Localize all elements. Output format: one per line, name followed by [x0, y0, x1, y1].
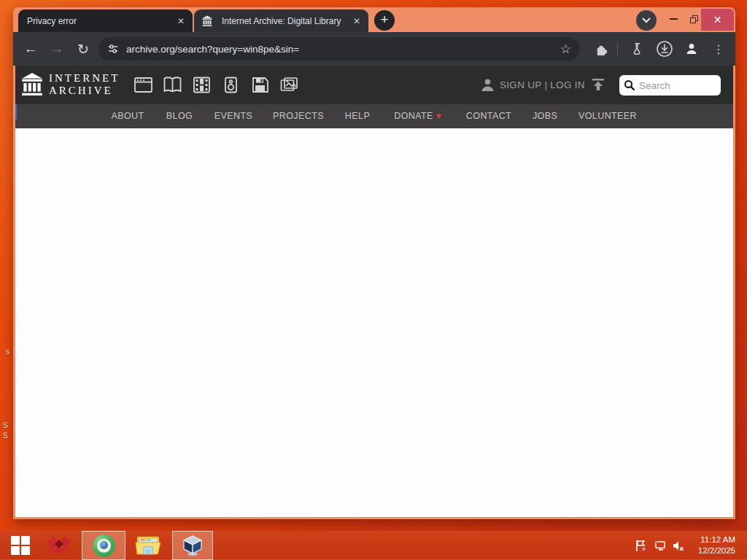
nav-help[interactable]: HELP — [345, 111, 370, 121]
render-artifact — [15, 104, 17, 119]
nav-contact[interactable]: CONTACT — [466, 111, 511, 121]
action-center-flag-icon[interactable] — [635, 540, 647, 552]
software-media-icon[interactable] — [250, 76, 270, 94]
folder-icon — [134, 534, 165, 557]
taskbar-app-chrome[interactable] — [82, 531, 125, 560]
chevron-down-icon — [642, 18, 651, 23]
signup-login-link[interactable]: SIGN UP | LOG IN — [500, 79, 585, 90]
taskbar: 11:12 AM 12/2/2025 — [0, 531, 747, 560]
close-window-button[interactable]: ✕ — [701, 9, 734, 31]
extensions-button[interactable] — [591, 38, 611, 60]
audio-media-icon[interactable] — [221, 76, 241, 94]
nav-events[interactable]: EVENTS — [214, 111, 252, 121]
minimize-button[interactable] — [664, 7, 683, 31]
nav-donate[interactable]: DONATE — [394, 111, 433, 121]
ia-navbar: ABOUT BLOG EVENTS PROJECTS HELP DONATE ♥… — [15, 104, 733, 128]
browser-titlebar[interactable]: Privacy error ✕ Internet Archive: Digita… — [13, 7, 735, 32]
nav-about[interactable]: ABOUT — [111, 111, 144, 121]
internet-archive-logo-icon[interactable] — [20, 72, 44, 97]
donate-heart-icon: ♥ — [436, 111, 441, 121]
clock-date: 12/2/2025 — [698, 545, 735, 556]
nav-jobs[interactable]: JOBS — [533, 111, 557, 121]
reload-button[interactable]: ↻ — [72, 38, 94, 60]
ia-wordmark-line2: ARCHIVE — [49, 85, 120, 97]
kebab-menu-icon: ⋮ — [713, 42, 724, 56]
tab-search-button[interactable] — [636, 10, 657, 31]
chrome-icon — [93, 534, 115, 557]
taskbar-app-red-utility[interactable] — [42, 531, 76, 560]
ia-wordmark[interactable]: INTERNET ARCHIVE — [49, 72, 120, 97]
tab-internet-archive[interactable]: Internet Archive: Digital Library ✕ — [194, 9, 368, 32]
new-tab-button[interactable]: + — [374, 10, 395, 31]
experiments-button[interactable] — [627, 38, 648, 60]
red-app-icon — [46, 534, 72, 556]
video-media-icon[interactable] — [192, 76, 212, 94]
nav-volunteer[interactable]: VOLUNTEER — [578, 111, 637, 121]
tab-close-icon[interactable]: ✕ — [351, 15, 363, 27]
nav-projects[interactable]: PROJECTS — [273, 111, 324, 121]
profile-button[interactable] — [681, 38, 702, 60]
desktop-icon-label-fragment: S — [3, 432, 8, 440]
url-text[interactable]: archive.org/search?query=win8pe&sin= — [126, 44, 554, 55]
download-icon — [656, 40, 673, 58]
nav-blog[interactable]: BLOG — [166, 111, 193, 121]
toolbar-separator — [617, 43, 618, 55]
windows-logo-icon — [11, 536, 30, 555]
desktop-icon-label-fragment: s — [6, 348, 9, 356]
browser-window: Privacy error ✕ Internet Archive: Digita… — [13, 7, 735, 519]
site-info-icon[interactable] — [107, 43, 119, 55]
forward-button[interactable]: → — [46, 38, 68, 60]
browser-menu-button[interactable]: ⋮ — [708, 38, 729, 60]
puzzle-icon — [595, 42, 608, 56]
desktop: s S S Privacy error ✕ Internet Archive: … — [0, 0, 747, 560]
account-person-icon[interactable] — [480, 77, 495, 93]
taskbar-clock[interactable]: 11:12 AM 12/2/2025 — [698, 534, 735, 556]
tab-privacy-error[interactable]: Privacy error ✕ — [18, 9, 193, 32]
ia-search-input[interactable] — [639, 80, 712, 91]
internet-archive-favicon-icon — [201, 15, 213, 27]
person-icon — [684, 42, 699, 56]
search-icon — [624, 79, 635, 91]
tab-close-icon[interactable]: ✕ — [175, 15, 187, 27]
images-media-icon[interactable] — [279, 76, 299, 94]
bookmark-star-icon[interactable]: ☆ — [560, 42, 571, 57]
browser-toolbar: ← → ↻ archive.org/search?query=win8pe&si… — [13, 32, 735, 66]
ia-wordmark-line1: INTERNET — [49, 72, 120, 85]
web-page: INTERNET ARCHIVE — [15, 66, 733, 517]
texts-media-icon[interactable] — [163, 76, 182, 94]
ia-header: INTERNET ARCHIVE — [15, 66, 733, 104]
address-bar[interactable]: archive.org/search?query=win8pe&sin= ☆ — [98, 37, 580, 61]
start-button[interactable] — [4, 531, 36, 560]
taskbar-app-file-explorer[interactable] — [130, 531, 169, 560]
network-status-icon[interactable] — [654, 540, 667, 552]
volume-muted-icon[interactable] — [672, 540, 684, 552]
tab-title: Privacy error — [27, 16, 171, 26]
upload-icon[interactable] — [590, 77, 606, 93]
downloads-button[interactable] — [654, 38, 675, 60]
tab-title: Internet Archive: Digital Library — [222, 16, 347, 26]
virtualbox-icon — [181, 534, 204, 557]
taskbar-app-virtualbox[interactable] — [172, 531, 213, 560]
desktop-icon-label-fragment: S — [3, 421, 8, 429]
clock-time: 11:12 AM — [698, 534, 735, 545]
web-media-icon[interactable] — [133, 76, 153, 94]
flask-icon — [631, 42, 644, 55]
page-content-blank — [15, 128, 733, 517]
ia-search-box[interactable] — [619, 75, 721, 96]
restore-icon — [690, 15, 698, 23]
back-button[interactable]: ← — [20, 38, 42, 60]
